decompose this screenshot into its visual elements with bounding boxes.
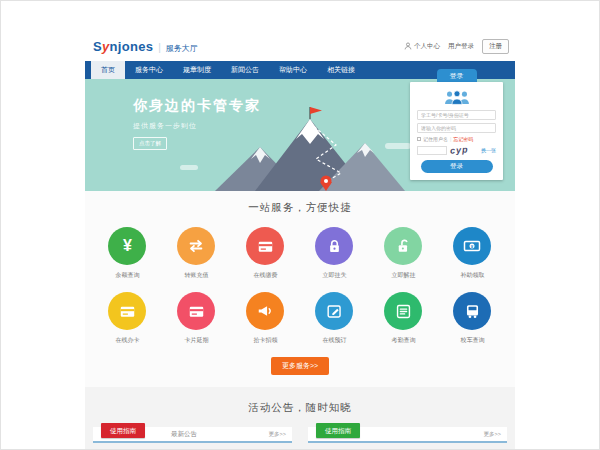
nav-item-home[interactable]: 首页 (91, 61, 125, 79)
remember-checkbox[interactable] (417, 137, 421, 141)
nav-item-news[interactable]: 新闻公告 (221, 61, 269, 79)
service-label: 余额查询 (93, 271, 162, 280)
service-balance-inquiry[interactable]: ¥ 余额查询 (93, 227, 162, 280)
service-label: 卡片延期 (162, 336, 231, 345)
announcements-section: 活动公告，随时知晓 使用指南 最新公告 更多>> 使用指南 更多>> (85, 387, 515, 450)
tab-usage-guide[interactable]: 使用指南 (101, 423, 145, 438)
password-input[interactable] (417, 123, 496, 133)
megaphone-icon (246, 292, 284, 330)
tab-usage-guide[interactable]: 使用指南 (316, 423, 360, 438)
lock-icon (315, 227, 353, 265)
panel-tab-bar: 使用指南 最新公告 更多>> (93, 427, 292, 443)
logo-text: Synjones (93, 39, 153, 54)
service-card-extension[interactable]: 卡片延期 (162, 292, 231, 345)
bus-icon (453, 292, 491, 330)
user-login-link[interactable]: 用户登录 (448, 42, 474, 51)
service-label: 在线缴费 (231, 271, 300, 280)
transfer-icon (177, 227, 215, 265)
announcement-panel-left: 使用指南 最新公告 更多>> (93, 427, 292, 443)
captcha-row: cyp 换一张 (417, 145, 496, 155)
personal-center-link[interactable]: 个人中心 (404, 42, 440, 51)
service-attendance-inquiry[interactable]: 考勤查询 (369, 292, 438, 345)
services-grid: ¥ 余额查询 转账充值 在线缴费 立即挂失 (93, 227, 507, 357)
service-label: 考勤查询 (369, 336, 438, 345)
nav-item-links[interactable]: 相关链接 (317, 61, 365, 79)
service-online-booking[interactable]: 在线预订 (300, 292, 369, 345)
logo[interactable]: Synjones | 服务大厅 (93, 39, 198, 54)
logo-divider: | (158, 42, 161, 53)
captcha-refresh-link[interactable]: 换一张 (481, 147, 496, 153)
unlock-icon (384, 227, 422, 265)
announcement-panel-right: 使用指南 更多>> (308, 427, 507, 443)
service-label: 在线预订 (300, 336, 369, 345)
card-icon (177, 292, 215, 330)
service-label: 拾卡招领 (231, 336, 300, 345)
edit-icon (315, 292, 353, 330)
more-services-button[interactable]: 更多服务>> (271, 357, 329, 375)
service-report-loss[interactable]: 立即挂失 (300, 227, 369, 280)
service-label: 立即挂失 (300, 271, 369, 280)
header-links: 个人中心 用户登录 注册 (404, 39, 509, 54)
divider: | (450, 136, 451, 142)
service-school-bus-inquiry[interactable]: 校车查询 (438, 292, 507, 345)
services-section: 一站服务，方便快捷 ¥ 余额查询 转账充值 在线缴费 (85, 191, 515, 387)
list-icon (384, 292, 422, 330)
service-label: 转账充值 (162, 271, 231, 280)
service-label: 在线办卡 (93, 336, 162, 345)
spacer (93, 375, 507, 387)
hero-title: 你身边的卡管专家 (133, 97, 261, 115)
panel-tab-bar: 使用指南 更多>> (308, 427, 507, 443)
service-online-payment[interactable]: 在线缴费 (231, 227, 300, 280)
card-icon (246, 227, 284, 265)
user-icon (404, 42, 412, 50)
logo-subtitle: 服务大厅 (166, 43, 198, 54)
service-online-card-apply[interactable]: 在线办卡 (93, 292, 162, 345)
service-label: 校车查询 (438, 336, 507, 345)
service-cancel-loss[interactable]: 立即解挂 (369, 227, 438, 280)
service-subsidy-collect[interactable]: ¥ 补助领取 (438, 227, 507, 280)
forgot-password-link[interactable]: 忘记密码 (453, 136, 473, 142)
logo-accent: y (102, 39, 110, 54)
yuan-icon: ¥ (108, 227, 146, 265)
more-link[interactable]: 更多>> (484, 431, 501, 438)
captcha-input[interactable] (417, 146, 447, 155)
services-heading: 一站服务，方便快捷 (93, 201, 507, 215)
username-input[interactable] (417, 110, 496, 120)
nav-item-service-center[interactable]: 服务中心 (125, 61, 173, 79)
login-submit-button[interactable]: 登录 (421, 160, 493, 173)
captcha-image[interactable]: cyp (450, 144, 469, 155)
login-options-row: 记住用户名 | 忘记密码 (417, 136, 496, 142)
register-button[interactable]: 注册 (482, 39, 509, 54)
service-transfer-recharge[interactable]: 转账充值 (162, 227, 231, 280)
nav-item-help[interactable]: 帮助中心 (269, 61, 317, 79)
top-header: Synjones | 服务大厅 个人中心 用户登录 注册 (85, 31, 515, 61)
users-group-icon (443, 89, 471, 106)
cloud-decoration (180, 165, 198, 170)
announcements-heading: 活动公告，随时知晓 (93, 401, 507, 415)
login-form: 记住用户名 | 忘记密码 cyp 换一张 登录 (410, 82, 503, 180)
service-label: 立即解挂 (369, 271, 438, 280)
tab-latest-news[interactable]: 最新公告 (171, 430, 197, 439)
hero-copy: 你身边的卡管专家 提供服务一步到位 点击了解 (133, 97, 261, 150)
remember-label: 记住用户名 (423, 136, 448, 142)
login-panel: 登录 记住用户名 | 忘记密码 cyp 换一张 登录 (410, 69, 503, 180)
site-container: Synjones | 服务大厅 个人中心 用户登录 注册 首页 服务中心 规章制… (85, 31, 515, 450)
service-label: 补助领取 (438, 271, 507, 280)
login-tab[interactable]: 登录 (437, 69, 477, 82)
banknote-icon: ¥ (453, 227, 491, 265)
card-icon (108, 292, 146, 330)
service-found-card-claim[interactable]: 拾卡招领 (231, 292, 300, 345)
announcement-panels: 使用指南 最新公告 更多>> 使用指南 更多>> (93, 427, 507, 443)
nav-item-rules[interactable]: 规章制度 (173, 61, 221, 79)
hero-subtitle: 提供服务一步到位 (133, 121, 261, 131)
hero-cta-button[interactable]: 点击了解 (133, 137, 167, 150)
more-link[interactable]: 更多>> (269, 431, 286, 438)
